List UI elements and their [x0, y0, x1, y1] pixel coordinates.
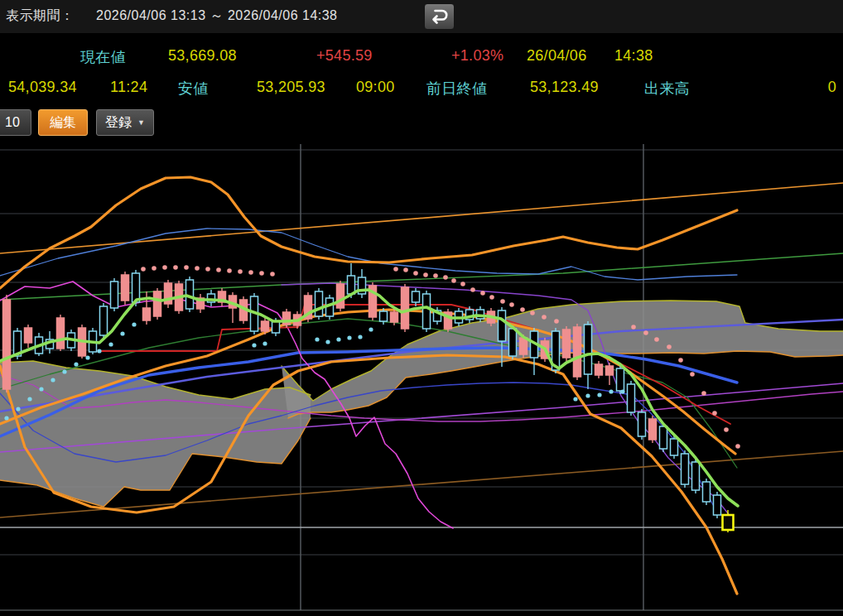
candle-d — [3, 300, 11, 389]
series-ma-blue-thin — [0, 229, 737, 280]
candle-d — [402, 287, 409, 329]
sar-cyan-left — [108, 342, 113, 346]
candle-d — [57, 318, 65, 349]
sar-cyan-left — [51, 378, 55, 382]
candle-u — [132, 273, 140, 302]
sar-pink-mid — [509, 302, 514, 307]
candle-u — [380, 311, 388, 321]
series-bollinger-upper — [0, 177, 737, 288]
current-price-value: 53,669.08 — [168, 47, 237, 65]
sar-cyan-right — [585, 393, 590, 397]
sar-pink-top — [259, 271, 264, 276]
sar-cyan-mid — [315, 337, 319, 341]
candle-u — [714, 495, 721, 515]
sar-pink-mid — [520, 307, 525, 312]
candle-u — [682, 454, 689, 484]
sar-cyan-right — [597, 392, 601, 397]
sar-cyan-mid — [263, 341, 267, 345]
candle-u — [412, 291, 420, 302]
high-time: 11:24 — [110, 79, 147, 96]
candle-u — [660, 426, 667, 449]
sar-pink-right — [724, 427, 729, 432]
sar-pink-top — [270, 272, 275, 277]
sar-cyan-left — [85, 355, 89, 359]
chevron-down-icon: ▼ — [137, 118, 145, 127]
candle-u — [111, 282, 118, 308]
period-bar: 表示期間： 2026/04/06 13:13 ～ 2026/04/06 14:3… — [0, 0, 843, 33]
sar-pink-top — [184, 265, 189, 270]
sar-pink-mid — [500, 299, 505, 304]
sar-pink-top — [205, 267, 210, 272]
candle-d — [520, 338, 527, 354]
candle-u — [617, 368, 624, 391]
sar-pink-top — [216, 267, 221, 272]
candle-d — [574, 327, 581, 377]
prev-close-value: 53,123.49 — [530, 79, 599, 96]
candle-d — [122, 275, 129, 301]
sar-pink-top — [152, 266, 157, 271]
register-label: 登録 — [105, 114, 132, 132]
sar-pink-mid — [460, 282, 465, 286]
quote-time: 14:38 — [614, 47, 653, 65]
sar-pink-right — [654, 337, 659, 342]
period-label: 表示期間： — [6, 7, 75, 25]
candle-u — [628, 384, 635, 412]
candle-u — [703, 482, 711, 502]
reload-button[interactable] — [424, 3, 455, 30]
sar-pink-mid — [413, 271, 418, 276]
sar-cyan-left — [74, 362, 78, 366]
sar-pink-top — [173, 265, 178, 270]
register-dropdown-button[interactable]: 登録 ▼ — [96, 109, 154, 136]
sar-cyan-right — [609, 389, 613, 393]
candle-u — [348, 276, 355, 294]
sar-cyan-mid — [358, 334, 362, 339]
sar-cyan-mid — [336, 337, 340, 341]
prev-close-label: 前日終値 — [426, 79, 487, 99]
candle-d — [563, 330, 571, 358]
sar-pink-mid — [403, 267, 408, 272]
sar-cyan-mid — [369, 327, 373, 331]
candle-d — [337, 284, 344, 308]
volume-value: 0 — [828, 79, 836, 96]
sar-cyan-left — [4, 416, 8, 420]
candle-u — [671, 439, 678, 455]
sar-pink-right — [735, 444, 740, 449]
sar-pink-top — [141, 267, 146, 272]
sar-cyan-left — [16, 407, 20, 411]
edit-button[interactable]: 編集 — [38, 109, 88, 136]
return-arrow-icon — [430, 7, 450, 26]
candle-u — [100, 306, 108, 335]
header: 表示期間： 2026/04/06 13:13 ～ 2026/04/06 14:3… — [0, 0, 843, 142]
price-change-percent: +1.03% — [451, 47, 503, 65]
candle-u — [509, 329, 517, 356]
low-time: 09:00 — [356, 79, 395, 96]
sar-cyan-mid — [325, 339, 330, 344]
sar-pink-top — [195, 266, 200, 271]
sar-pink-mid — [489, 295, 494, 300]
sar-pink-mid — [443, 275, 448, 280]
sar-pink-top — [238, 269, 243, 274]
sar-cyan-left — [27, 397, 31, 401]
chart-count-button[interactable]: 10 — [0, 109, 31, 136]
candle-u — [272, 321, 280, 333]
candle-d — [606, 366, 614, 375]
sar-pink-top — [248, 270, 253, 275]
sar-pink-mid — [470, 287, 475, 292]
sar-pink-right — [678, 358, 683, 363]
trading-chart-window: 表示期間： 2026/04/06 13:13 ～ 2026/04/06 14:3… — [0, 0, 843, 616]
sar-cyan-mid — [252, 343, 256, 347]
period-value: 2026/04/06 13:13 ～ 2026/04/06 14:38 — [96, 7, 338, 25]
sar-pink-mid — [451, 278, 456, 283]
candle-u — [423, 294, 431, 329]
toolbar: 10 編集 登録 ▼ — [0, 104, 843, 142]
candle-d — [143, 308, 151, 320]
sar-pink-right — [701, 391, 706, 396]
sar-cyan-left — [62, 369, 66, 373]
candle-d — [25, 328, 32, 343]
sar-pink-mid — [530, 310, 535, 315]
sar-pink-mid — [480, 291, 485, 296]
candle-u — [638, 412, 646, 436]
candle-d — [391, 312, 398, 322]
sar-cyan-right — [573, 397, 577, 401]
sar-pink-right — [643, 330, 648, 335]
